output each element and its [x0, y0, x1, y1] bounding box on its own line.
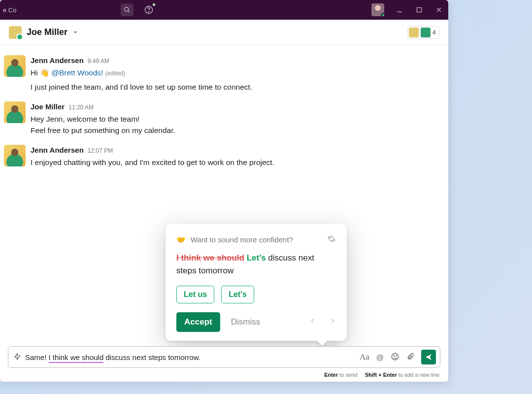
next-suggestion-button[interactable]	[329, 315, 336, 328]
dismiss-button[interactable]: Dismiss	[231, 317, 261, 327]
window-maximize-button[interactable]	[415, 5, 424, 14]
help-icon[interactable]	[142, 3, 155, 16]
hint-text: to send	[338, 372, 357, 378]
svg-rect-5	[417, 8, 422, 12]
suggestion-chip-lets[interactable]: Let's	[221, 286, 254, 303]
wave-emoji-icon: 👋	[40, 67, 49, 78]
channel-name[interactable]: Joe Miller	[27, 27, 67, 37]
svg-point-11	[396, 355, 397, 356]
user-mention[interactable]: @Brett Woods!	[51, 68, 103, 77]
handshake-emoji-icon: 🤝	[176, 235, 186, 244]
grammarly-suggestion-popup: 🤝 Want to sound more confident? I think …	[166, 224, 347, 341]
hint-key: Shift + Enter	[365, 372, 397, 378]
shortcuts-icon[interactable]	[13, 353, 21, 362]
user-avatar[interactable]	[371, 3, 384, 16]
chevron-down-icon[interactable]	[72, 27, 78, 37]
grammarly-insert-text: Let's	[247, 253, 266, 263]
grammarly-strike-text: I think we should	[176, 253, 244, 263]
message-text: I enjoyed chatting with you, and I'm exc…	[31, 157, 274, 168]
grammarly-suggestion-text: I think we should Let's discuss next ste…	[176, 252, 336, 278]
attachment-icon[interactable]	[406, 352, 414, 362]
hint-text: to add a new line	[397, 372, 439, 378]
composer-prefix: Same!	[25, 353, 49, 361]
hint-key: Enter	[324, 372, 338, 378]
message-timestamp: 11:20 AM	[68, 103, 94, 112]
titlebar: e Co	[0, 0, 448, 20]
window-minimize-button[interactable]	[395, 5, 404, 14]
svg-point-3	[148, 12, 149, 12]
message-author[interactable]: Joe Miller	[31, 101, 65, 113]
mention-icon[interactable]: @	[376, 353, 384, 361]
channel-header: Joe Miller 4	[0, 20, 448, 45]
svg-point-0	[125, 7, 129, 11]
composer-hints: Enter to send Shift + Enter to add a new…	[0, 370, 448, 382]
notification-dot-icon	[152, 3, 156, 6]
search-icon[interactable]	[121, 3, 133, 16]
prev-suggestion-button[interactable]	[309, 315, 316, 328]
channel-members-button[interactable]: 4	[407, 26, 439, 39]
workspace-name-fragment: e Co	[0, 6, 16, 14]
formatting-icon[interactable]: Aa	[360, 352, 369, 362]
message: Jenn Andersen 9:49 AM Hi 👋 @Brett Woods!…	[0, 52, 448, 96]
message-avatar[interactable]	[4, 55, 26, 77]
text: Hi	[31, 68, 40, 77]
member-avatar-icon	[409, 28, 419, 37]
send-button[interactable]	[421, 350, 436, 364]
message-text: Feel free to put something on my calenda…	[31, 125, 175, 136]
message-text: I just joined the team, and I'd love to …	[31, 81, 252, 93]
window-close-button[interactable]	[434, 5, 443, 14]
message-timestamp: 12:07 PM	[88, 146, 113, 155]
svg-marker-8	[15, 353, 20, 360]
message: Jenn Andersen 12:07 PM I enjoyed chattin…	[0, 142, 448, 171]
composer-highlighted-text: I think we should	[49, 353, 104, 363]
gear-icon[interactable]	[327, 234, 336, 245]
composer-suffix: discuss next steps tomorrow.	[103, 353, 200, 361]
composer-text[interactable]: Same! I think we should discuss next ste…	[25, 353, 356, 361]
channel-avatar	[9, 26, 22, 39]
message-list: Jenn Andersen 9:49 AM Hi 👋 @Brett Woods!…	[0, 45, 448, 346]
edited-label: (edited)	[105, 70, 126, 77]
suggestion-chip-let-us[interactable]: Let us	[176, 286, 214, 303]
emoji-icon[interactable]	[391, 352, 399, 362]
message-timestamp: 9:49 AM	[88, 57, 109, 66]
svg-line-1	[128, 11, 130, 12]
message-avatar[interactable]	[4, 101, 26, 123]
member-count: 4	[432, 29, 436, 36]
grammarly-prompt: Want to sound more confident?	[191, 235, 293, 244]
presence-active-icon	[381, 13, 385, 17]
message-text: Hi 👋 @Brett Woods! (edited)	[31, 67, 252, 78]
message-text: Hey Jenn, welcome to the team!	[31, 113, 175, 125]
svg-point-10	[394, 355, 395, 356]
message-author[interactable]: Jenn Andersen	[31, 55, 84, 66]
svg-point-9	[392, 353, 399, 360]
member-avatar-icon	[421, 28, 431, 37]
message-composer[interactable]: Same! I think we should discuss next ste…	[8, 346, 440, 368]
slack-window: e Co Joe Miller 4	[0, 0, 448, 382]
message: Joe Miller 11:20 AM Hey Jenn, welcome to…	[0, 98, 448, 139]
message-author[interactable]: Jenn Andersen	[31, 145, 84, 156]
accept-button[interactable]: Accept	[176, 312, 220, 332]
message-avatar[interactable]	[4, 145, 26, 166]
